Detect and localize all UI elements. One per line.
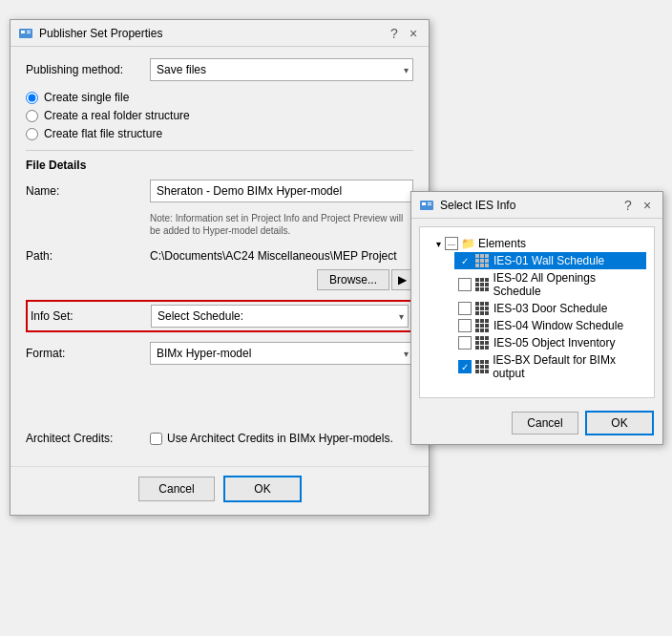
ies04-icon: [474, 319, 490, 332]
svg-rect-7: [428, 204, 431, 205]
svg-rect-2: [27, 31, 31, 32]
radio-folder-structure-label: Create a real folder structure: [44, 109, 190, 122]
main-dialog-body: Publishing method: Save files Create sin…: [10, 47, 429, 466]
main-cancel-button[interactable]: Cancel: [138, 477, 215, 501]
ies03-label: IES-03 Door Schedule: [494, 302, 607, 315]
ies05-label: IES-05 Object Inventory: [494, 336, 615, 350]
publishing-method-wrapper: Save files: [150, 58, 413, 81]
architect-credits-text: Use Architect Credits in BIMx Hyper-mode…: [167, 432, 393, 445]
radio-single-file: Create single file: [26, 91, 413, 104]
path-row: Path: C:\Documents\AC24 Miscellaneous\ME…: [26, 246, 413, 290]
ies-close-button[interactable]: ×: [640, 198, 655, 213]
elements-expand-icon[interactable]: ▾: [431, 239, 445, 249]
main-titlebar: Publisher Set Properties ? ×: [10, 20, 429, 47]
content-spacer: [26, 374, 413, 432]
radio-single-file-input[interactable]: [26, 92, 38, 104]
browse-row: Browse... ▶: [150, 269, 413, 290]
tree-item-ies01[interactable]: ✓ IES-01 Wall Schedule: [454, 252, 646, 269]
elements-folder-icon: 📁: [461, 237, 475, 250]
ies01-label: IES-01 Wall Schedule: [494, 254, 604, 267]
note-text: Note: Information set in Project Info an…: [26, 212, 413, 237]
dialog-title: Publisher Set Properties: [39, 27, 162, 40]
file-details-title: File Details: [26, 159, 413, 172]
svg-rect-3: [27, 32, 31, 33]
ies-tree-body: ▾ — 📁 Elements ✓ IES-01 Wall Schedule: [419, 226, 655, 398]
titlebar-buttons: ? ×: [387, 26, 421, 41]
radio-flat-structure-input[interactable]: [26, 128, 38, 140]
name-label: Name:: [26, 184, 150, 198]
architect-credits-row: Architect Credits: Use Architect Credits…: [26, 432, 413, 445]
svg-rect-5: [422, 202, 426, 205]
architect-credits-checkbox[interactable]: [150, 433, 162, 445]
radio-single-file-label: Create single file: [44, 91, 129, 104]
iesbx-label: IES-BX Default for BIMx output: [493, 353, 642, 380]
ies-ok-button[interactable]: OK: [586, 412, 653, 435]
ies-titlebar-left: Select IES Info: [419, 198, 515, 213]
radio-flat-structure-label: Create flat file structure: [44, 127, 162, 140]
main-footer: Cancel OK: [10, 466, 429, 515]
main-dialog: Publisher Set Properties ? × Publishing …: [10, 19, 430, 516]
tree-item-iesbx[interactable]: ✓ IES-BX Default for BIMx output: [454, 351, 646, 382]
path-content: C:\Documents\AC24 Miscellaneous\MEP Proj…: [150, 246, 413, 290]
ies04-checkbox[interactable]: [458, 319, 472, 332]
dialog-icon: [18, 26, 33, 41]
ies02-label: IES-02 All Openings Schedule: [494, 271, 642, 298]
name-input[interactable]: [150, 180, 413, 202]
ies-footer: Cancel OK: [411, 406, 662, 444]
name-input-wrapper: [150, 180, 413, 202]
radio-folder-structure: Create a real folder structure: [26, 109, 413, 122]
path-value: C:\Documents\AC24 Miscellaneous\MEP Proj…: [150, 246, 413, 265]
svg-rect-1: [21, 31, 25, 33]
ies05-checkbox[interactable]: [458, 336, 472, 350]
ies-titlebar-buttons: ? ×: [620, 198, 655, 213]
ies01-icon: [474, 254, 490, 267]
format-select[interactable]: BIMx Hyper-model: [150, 342, 413, 365]
publishing-method-label: Publishing method:: [26, 63, 150, 76]
radio-flat-structure: Create flat file structure: [26, 127, 413, 140]
radio-group: Create single file Create a real folder …: [26, 91, 413, 140]
iesbx-icon: [474, 360, 489, 373]
publishing-method-row: Publishing method: Save files: [26, 58, 413, 81]
architect-credits-label: Architect Credits:: [26, 432, 150, 445]
path-label: Path:: [26, 246, 150, 263]
ies04-label: IES-04 Window Schedule: [494, 319, 623, 332]
architect-credits-content: Use Architect Credits in BIMx Hyper-mode…: [150, 432, 393, 445]
ies-titlebar: Select IES Info ? ×: [411, 192, 662, 219]
titlebar-left: Publisher Set Properties: [18, 26, 162, 41]
format-label: Format:: [26, 347, 150, 360]
svg-rect-6: [428, 202, 431, 203]
ies-dialog-icon: [419, 198, 434, 213]
ies03-checkbox[interactable]: [458, 302, 472, 315]
radio-folder-structure-input[interactable]: [26, 110, 38, 122]
browse-button[interactable]: Browse...: [317, 269, 389, 290]
ies-dialog-title: Select IES Info: [440, 199, 515, 212]
info-set-wrapper: Select Schedule:: [151, 305, 409, 328]
ies-help-button[interactable]: ?: [620, 198, 636, 213]
ies01-checkbox[interactable]: ✓: [458, 254, 472, 267]
close-button[interactable]: ×: [406, 26, 421, 41]
ies03-icon: [474, 302, 490, 315]
tree-item-ies03[interactable]: IES-03 Door Schedule: [454, 300, 646, 317]
main-ok-button[interactable]: OK: [224, 477, 301, 501]
format-wrapper: BIMx Hyper-model: [150, 342, 413, 365]
name-row: Name:: [26, 180, 413, 202]
ies02-icon: [474, 278, 490, 291]
iesbx-checkbox[interactable]: ✓: [458, 360, 472, 373]
info-set-label: Info Set:: [31, 309, 151, 323]
info-set-select[interactable]: Select Schedule:: [151, 305, 409, 328]
info-set-row: Info Set: Select Schedule:: [26, 300, 413, 332]
tree-item-ies05[interactable]: IES-05 Object Inventory: [454, 334, 646, 351]
tree-item-ies04[interactable]: IES-04 Window Schedule: [454, 317, 646, 334]
tree-item-ies02[interactable]: IES-02 All Openings Schedule: [454, 269, 646, 300]
ies02-checkbox[interactable]: [458, 278, 472, 291]
help-button[interactable]: ?: [387, 26, 402, 41]
elements-label: Elements: [478, 237, 526, 250]
ies-dialog: Select IES Info ? × ▾ — 📁 Elements ✓: [410, 191, 663, 445]
elements-checkbox[interactable]: —: [445, 237, 458, 250]
publishing-method-select[interactable]: Save files: [150, 58, 413, 81]
ies05-icon: [474, 336, 490, 350]
ies-cancel-button[interactable]: Cancel: [512, 412, 578, 435]
elements-root-row[interactable]: ▾ — 📁 Elements: [428, 235, 646, 252]
format-row: Format: BIMx Hyper-model: [26, 342, 413, 365]
